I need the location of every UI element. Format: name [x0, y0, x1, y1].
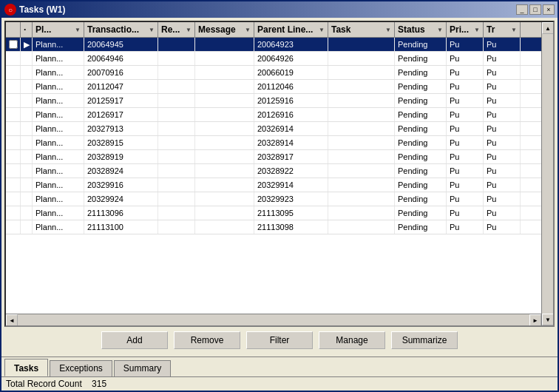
row-re — [158, 52, 195, 65]
table-body[interactable]: ▶Plann...2006494520064923PendingPuPuPlan… — [6, 38, 541, 314]
row-priority: Pu — [447, 192, 484, 206]
row-checkbox[interactable] — [6, 136, 21, 149]
col-header-tr[interactable]: Tr ▼ — [484, 22, 521, 37]
row-checkbox[interactable] — [6, 80, 21, 93]
row-task — [328, 66, 395, 79]
row-indicator — [21, 80, 33, 93]
close-button[interactable]: × — [543, 4, 555, 15]
table-row[interactable]: Plann...2032891920328917PendingPuPu — [6, 150, 541, 164]
scroll-left-button[interactable]: ◄ — [6, 314, 18, 325]
table-row[interactable]: Plann...2011204720112046PendingPuPu — [6, 80, 541, 94]
row-priority: Pu — [447, 80, 484, 93]
record-count-label: Total Record Count — [6, 379, 82, 389]
row-tr: Pu — [484, 80, 521, 93]
row-parent-line: 20064926 — [254, 52, 328, 65]
row-plan: Plann... — [33, 206, 84, 220]
table-row[interactable]: Plann...2007091620066019PendingPuPu — [6, 66, 541, 80]
col-header-plan[interactable]: Pl... ▼ — [33, 22, 84, 37]
row-message — [195, 178, 254, 192]
row-task — [328, 122, 395, 135]
table-row[interactable]: Plann...2032991620329914PendingPuPu — [6, 178, 541, 192]
manage-button[interactable]: Manage — [319, 331, 385, 349]
table-row[interactable]: Plann...2032992420329923PendingPuPu — [6, 192, 541, 206]
row-indicator — [21, 108, 33, 121]
col-header-message[interactable]: Message ▼ — [195, 22, 254, 37]
row-message — [195, 164, 254, 178]
row-indicator — [21, 150, 33, 163]
scroll-up-button[interactable]: ▲ — [542, 22, 553, 34]
row-checkbox[interactable] — [6, 94, 21, 107]
row-plan: Plann... — [33, 38, 84, 51]
row-checkbox[interactable] — [6, 108, 21, 121]
row-checkbox[interactable] — [6, 52, 21, 65]
row-checkbox[interactable] — [6, 220, 21, 234]
row-indicator — [21, 94, 33, 107]
table-row[interactable]: Plann...2006494620064926PendingPuPu — [6, 52, 541, 66]
button-bar: Add Remove Filter Manage Summarize — [4, 327, 555, 354]
row-indicator — [21, 178, 33, 192]
minimize-button[interactable]: _ — [516, 4, 528, 15]
vertical-scrollbar: ▲ ▼ — [541, 22, 553, 325]
main-window: ○ Tasks (W1) _ □ × · Pl — [0, 0, 559, 392]
row-transaction: 20328924 — [84, 164, 158, 178]
row-message — [195, 94, 254, 107]
row-checkbox[interactable] — [6, 178, 21, 192]
row-plan: Plann... — [33, 122, 84, 135]
col-header-check[interactable] — [6, 22, 21, 37]
summarize-button[interactable]: Summarize — [391, 331, 458, 349]
v-scroll-track[interactable] — [542, 34, 553, 314]
table-row[interactable]: Plann...2032791320326914PendingPuPu — [6, 122, 541, 136]
row-task — [328, 52, 395, 65]
table-row[interactable]: Plann...2032892420328922PendingPuPu — [6, 164, 541, 178]
row-status: Pending — [395, 164, 447, 178]
col-header-parent-line[interactable]: Parent Line... ▼ — [254, 22, 328, 37]
scroll-track[interactable] — [18, 314, 529, 325]
row-priority: Pu — [447, 52, 484, 65]
row-checkbox[interactable] — [6, 38, 21, 51]
row-status: Pending — [395, 94, 447, 107]
row-re — [158, 66, 195, 79]
col-header-indicator[interactable]: · — [21, 22, 33, 37]
row-transaction: 20064945 — [84, 38, 158, 51]
tab-exceptions[interactable]: Exceptions — [50, 360, 112, 376]
tab-tasks[interactable]: Tasks — [4, 359, 48, 376]
col-header-re[interactable]: Re... ▼ — [158, 22, 195, 37]
col-header-transaction[interactable]: Transactio... ▼ — [84, 22, 158, 37]
row-tr: Pu — [484, 164, 521, 178]
filter-button[interactable]: Filter — [246, 331, 313, 349]
row-parent-line: 21113095 — [254, 206, 328, 220]
remove-button[interactable]: Remove — [174, 331, 240, 349]
row-transaction: 20328915 — [84, 136, 158, 149]
row-tr: Pu — [484, 220, 521, 234]
col-header-status[interactable]: Status ▼ — [395, 22, 447, 37]
row-checkbox[interactable] — [6, 66, 21, 79]
row-parent-line: 20328922 — [254, 164, 328, 178]
add-button[interactable]: Add — [101, 331, 168, 349]
table-row[interactable]: Plann...2111310021113098PendingPuPu — [6, 220, 541, 234]
scroll-right-button[interactable]: ► — [529, 314, 541, 325]
tab-summary[interactable]: Summary — [114, 360, 171, 376]
table-row[interactable]: Plann...2032891520328914PendingPuPu — [6, 136, 541, 150]
row-task — [328, 206, 395, 220]
row-checkbox[interactable] — [6, 192, 21, 206]
row-checkbox[interactable] — [6, 206, 21, 220]
table-row[interactable]: Plann...2012591720125916PendingPuPu — [6, 94, 541, 108]
table-row[interactable]: ▶Plann...2006494520064923PendingPuPu — [6, 38, 541, 52]
row-transaction: 20070916 — [84, 66, 158, 79]
col-header-task[interactable]: Task ▼ — [328, 22, 395, 37]
row-re — [158, 164, 195, 178]
col-header-priority[interactable]: Pri... ▼ — [447, 22, 484, 37]
row-re — [158, 122, 195, 135]
row-message — [195, 52, 254, 65]
row-checkbox[interactable] — [6, 164, 21, 178]
row-checkbox[interactable] — [6, 150, 21, 163]
window-title: Tasks (W1) — [19, 4, 65, 15]
row-checkbox[interactable] — [6, 122, 21, 135]
scroll-down-button[interactable]: ▼ — [542, 314, 553, 325]
row-plan: Plann... — [33, 192, 84, 206]
row-message — [195, 136, 254, 149]
maximize-button[interactable]: □ — [529, 4, 541, 15]
table-row[interactable]: Plann...2111309621113095PendingPuPu — [6, 206, 541, 220]
table-row[interactable]: Plann...2012691720126916PendingPuPu — [6, 108, 541, 122]
row-priority: Pu — [447, 108, 484, 121]
